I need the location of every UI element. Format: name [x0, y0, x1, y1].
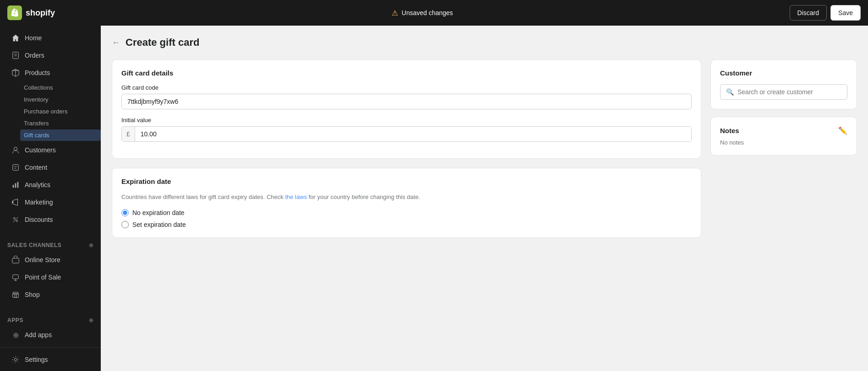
sidebar-products-submenu: Collections Inventory Purchase orders Tr… — [0, 81, 101, 141]
svg-rect-16 — [12, 258, 19, 263]
svg-point-12 — [12, 201, 14, 203]
svg-point-5 — [14, 147, 17, 151]
save-button[interactable]: Save — [830, 5, 861, 21]
pos-icon — [11, 273, 20, 282]
expiration-note: Countries have different laws for gift c… — [121, 193, 692, 202]
sidebar-divider-3 — [0, 347, 101, 348]
page-header: ← Create gift card — [112, 37, 857, 48]
no-expiration-label: No expiration date — [132, 209, 185, 216]
brand-name: shopify — [26, 8, 55, 18]
gift-card-code-input[interactable] — [121, 94, 692, 109]
svg-rect-17 — [13, 275, 19, 279]
set-expiration-label: Set expiration date — [132, 221, 186, 228]
sidebar-item-content-label: Content — [25, 164, 47, 171]
expiration-date-card: Expiration date Countries have different… — [112, 168, 701, 238]
svg-rect-6 — [13, 165, 19, 171]
sidebar-item-shop[interactable]: Shop — [4, 286, 97, 303]
gift-card-details-title: Gift card details — [121, 69, 692, 77]
notes-header: Notes ✏️ — [720, 126, 847, 135]
sidebar-item-discounts-label: Discounts — [25, 216, 53, 223]
shopify-logo-icon — [7, 5, 22, 20]
sales-channels-collapse[interactable]: ⊕ — [89, 242, 93, 248]
discard-button[interactable]: Discard — [790, 5, 827, 21]
customer-search-input[interactable] — [737, 88, 841, 96]
sidebar-item-inventory[interactable]: Inventory — [20, 94, 101, 105]
search-icon: 🔍 — [726, 88, 734, 96]
sidebar-item-shop-label: Shop — [25, 291, 40, 298]
analytics-icon — [11, 180, 20, 189]
sidebar-item-online-store[interactable]: Online Store — [4, 252, 97, 268]
sidebar-bottom: Settings — [0, 344, 101, 368]
sidebar-item-transfers[interactable]: Transfers — [20, 118, 101, 129]
gift-card-details-card: Gift card details Gift card code Initial… — [112, 59, 701, 159]
notes-card: Notes ✏️ No notes — [710, 117, 857, 156]
notes-title: Notes — [720, 127, 739, 134]
settings-label: Settings — [25, 356, 48, 363]
warning-icon: ⚠ — [392, 9, 398, 17]
set-expiration-radio[interactable] — [121, 221, 129, 228]
sidebar-item-products[interactable]: Products — [4, 65, 97, 81]
expiration-date-title: Expiration date — [121, 177, 692, 185]
sidebar-item-home[interactable]: Home — [4, 30, 97, 46]
svg-point-14 — [16, 220, 18, 222]
content-icon — [11, 163, 20, 172]
customer-title: Customer — [720, 69, 847, 77]
page-title: Create gift card — [126, 37, 199, 48]
sidebar-item-collections[interactable]: Collections — [20, 82, 101, 93]
sidebar-item-products-label: Products — [25, 69, 50, 76]
apps-label: Apps — [7, 317, 23, 323]
back-button[interactable]: ← — [112, 38, 120, 48]
sidebar-item-discounts[interactable]: Discounts — [4, 211, 97, 228]
no-expiration-option[interactable]: No expiration date — [121, 209, 692, 216]
notes-empty-text: No notes — [720, 139, 744, 146]
set-expiration-option[interactable]: Set expiration date — [121, 221, 692, 228]
customer-card: Customer 🔍 — [710, 59, 857, 109]
initial-value-input-wrap: £ — [121, 126, 692, 142]
sidebar-item-gift-cards[interactable]: Gift cards — [20, 129, 101, 141]
customers-icon — [11, 145, 20, 155]
sidebar-item-orders[interactable]: Orders — [4, 47, 97, 64]
sidebar-item-customers[interactable]: Customers — [4, 142, 97, 158]
sidebar: Home Orders Products Collections Invento… — [0, 26, 101, 371]
initial-value-input[interactable] — [135, 127, 691, 141]
topbar-center: ⚠ Unsaved changes — [392, 9, 453, 17]
apps-section: Apps ⊕ — [0, 314, 101, 326]
left-column: Gift card details Gift card code Initial… — [112, 59, 701, 238]
apps-collapse[interactable]: ⊕ — [89, 317, 93, 323]
notes-edit-button[interactable]: ✏️ — [838, 126, 847, 135]
shopify-logo: shopify — [7, 5, 55, 20]
sales-channels-label: Sales channels — [7, 242, 61, 248]
laws-link[interactable]: the laws — [285, 194, 307, 200]
sidebar-item-pos-label: Point of Sale — [25, 274, 61, 281]
unsaved-status: Unsaved changes — [402, 9, 453, 16]
sidebar-item-marketing[interactable]: Marketing — [4, 194, 97, 210]
no-expiration-radio[interactable] — [121, 209, 129, 216]
right-column: Customer 🔍 Notes ✏️ No notes — [710, 59, 857, 238]
sidebar-item-online-store-label: Online Store — [25, 256, 60, 263]
initial-value-label: Initial value — [121, 117, 692, 124]
sidebar-item-purchase-orders[interactable]: Purchase orders — [20, 106, 101, 117]
initial-value-field: Initial value £ — [121, 117, 692, 142]
svg-point-13 — [14, 218, 16, 220]
topbar: shopify ⚠ Unsaved changes Discard Save — [0, 0, 868, 26]
add-apps-icon: ⊕ — [11, 330, 20, 339]
main-content: ← Create gift card Gift card details Gif… — [101, 26, 868, 371]
svg-rect-9 — [13, 185, 14, 188]
sidebar-item-add-apps[interactable]: ⊕ Add apps — [4, 327, 97, 343]
svg-point-23 — [14, 358, 16, 360]
topbar-left: shopify — [7, 5, 55, 20]
topbar-actions: Discard Save — [790, 5, 861, 21]
sidebar-item-settings[interactable]: Settings — [4, 351, 97, 368]
sidebar-item-point-of-sale[interactable]: Point of Sale — [4, 269, 97, 285]
customer-search-wrap[interactable]: 🔍 — [720, 84, 847, 100]
gift-card-code-field: Gift card code — [121, 84, 692, 109]
products-icon — [11, 68, 20, 77]
sales-channels-section: Sales channels ⊕ — [0, 239, 101, 251]
svg-rect-20 — [13, 294, 19, 297]
sidebar-item-add-apps-label: Add apps — [25, 331, 52, 339]
home-icon — [11, 33, 20, 43]
sidebar-item-analytics[interactable]: Analytics — [4, 177, 97, 193]
sidebar-item-content[interactable]: Content — [4, 159, 97, 176]
orders-icon — [11, 51, 20, 60]
currency-prefix: £ — [122, 127, 135, 141]
